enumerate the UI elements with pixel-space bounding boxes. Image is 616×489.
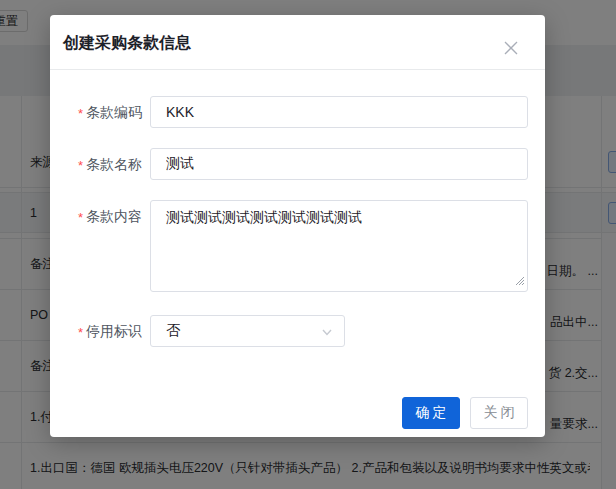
terms-code-label: *条款编码 bbox=[50, 96, 150, 130]
dialog-title: 创建采购条款信息 bbox=[63, 32, 525, 53]
terms-name-input[interactable] bbox=[150, 148, 528, 180]
field-disable-flag: *停用标识 否 bbox=[50, 315, 528, 349]
field-terms-content: *条款内容 测试测试测试测试测试测试测试 bbox=[50, 200, 528, 296]
resize-handle-icon[interactable] bbox=[515, 272, 525, 290]
dialog-footer: 确定 关闭 bbox=[50, 397, 545, 429]
close-button[interactable]: 关闭 bbox=[470, 397, 528, 429]
disable-flag-select[interactable]: 否 bbox=[150, 315, 345, 347]
required-mark: * bbox=[78, 210, 83, 225]
field-terms-code: *条款编码 bbox=[50, 96, 528, 130]
selected-value: 否 bbox=[166, 322, 180, 340]
terms-content-label: *条款内容 bbox=[50, 200, 150, 234]
dialog-header: 创建采购条款信息 bbox=[50, 15, 545, 70]
required-mark: * bbox=[78, 325, 83, 340]
create-purchase-terms-dialog: 创建采购条款信息 *条款编码 *条款名称 bbox=[50, 15, 545, 437]
terms-content-textarea[interactable]: 测试测试测试测试测试测试测试 bbox=[150, 200, 528, 292]
screen: 重置 来源 1 备注 日期。 ... PO 品出中... bbox=[0, 0, 616, 489]
field-terms-name: *条款名称 bbox=[50, 148, 528, 182]
terms-code-input[interactable] bbox=[150, 96, 528, 128]
chevron-down-icon bbox=[320, 325, 334, 342]
close-icon[interactable] bbox=[503, 40, 519, 56]
required-mark: * bbox=[78, 106, 83, 121]
dialog-body: *条款编码 *条款名称 *条款内容 测试测试测试测试测试 bbox=[50, 70, 545, 349]
disable-flag-label: *停用标识 bbox=[50, 315, 150, 349]
terms-name-label: *条款名称 bbox=[50, 148, 150, 182]
required-mark: * bbox=[78, 158, 83, 173]
confirm-button[interactable]: 确定 bbox=[402, 397, 460, 429]
